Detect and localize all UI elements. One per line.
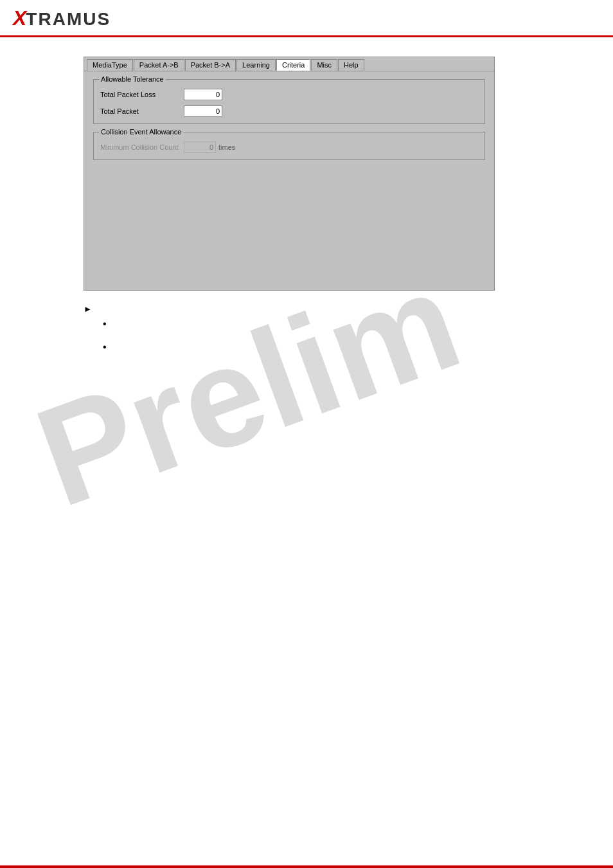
- allowable-tolerance-group: Allowable Tolerance Total Packet Loss To…: [93, 79, 485, 124]
- tab-panel: MediaType Packet A->B Packet B->A Learni…: [84, 57, 495, 291]
- tab-learning[interactable]: Learning: [236, 59, 276, 71]
- bullet-list: • •: [103, 319, 600, 352]
- total-packet-label: Total Packet: [100, 107, 184, 115]
- minimum-collision-input[interactable]: [184, 141, 216, 153]
- tab-criteria[interactable]: Criteria: [276, 59, 310, 71]
- header: XTRAMUS: [0, 0, 613, 37]
- bullet-item-2: •: [103, 342, 600, 352]
- tab-help[interactable]: Help: [338, 59, 364, 71]
- logo: XTRAMUS: [13, 6, 111, 30]
- tab-packet-ab[interactable]: Packet A->B: [134, 59, 184, 71]
- times-unit: times: [218, 143, 235, 151]
- total-packet-loss-row: Total Packet Loss: [100, 89, 478, 100]
- main-content: MediaType Packet A->B Packet B->A Learni…: [0, 37, 613, 378]
- bullet-item-1: •: [103, 319, 600, 329]
- arrow-icon: ►: [84, 304, 92, 314]
- bullet-icon-1: •: [103, 319, 107, 329]
- total-packet-input[interactable]: [184, 105, 222, 117]
- notes-section: ► • •: [84, 303, 600, 352]
- minimum-collision-row: Minimum Collision Count times: [100, 141, 478, 153]
- tab-misc[interactable]: Misc: [311, 59, 337, 71]
- bullet-icon-2: •: [103, 342, 107, 352]
- tab-bar: MediaType Packet A->B Packet B->A Learni…: [84, 57, 494, 71]
- total-packet-loss-input[interactable]: [184, 89, 222, 100]
- allowable-tolerance-title: Allowable Tolerance: [99, 75, 166, 83]
- tab-packet-ba[interactable]: Packet B->A: [185, 59, 236, 71]
- total-packet-loss-label: Total Packet Loss: [100, 91, 184, 98]
- footer-line: [0, 865, 613, 868]
- logo-x: X: [13, 6, 26, 30]
- minimum-collision-label: Minimum Collision Count: [100, 143, 184, 151]
- tab-mediatype[interactable]: MediaType: [87, 59, 133, 71]
- collision-event-title: Collision Event Allowance: [99, 128, 183, 136]
- total-packet-row: Total Packet: [100, 105, 478, 117]
- logo-tramus: TRAMUS: [26, 9, 111, 29]
- arrow-item: ►: [84, 303, 600, 314]
- collision-event-group: Collision Event Allowance Minimum Collis…: [93, 132, 485, 160]
- criteria-tab-content: Allowable Tolerance Total Packet Loss To…: [84, 71, 494, 290]
